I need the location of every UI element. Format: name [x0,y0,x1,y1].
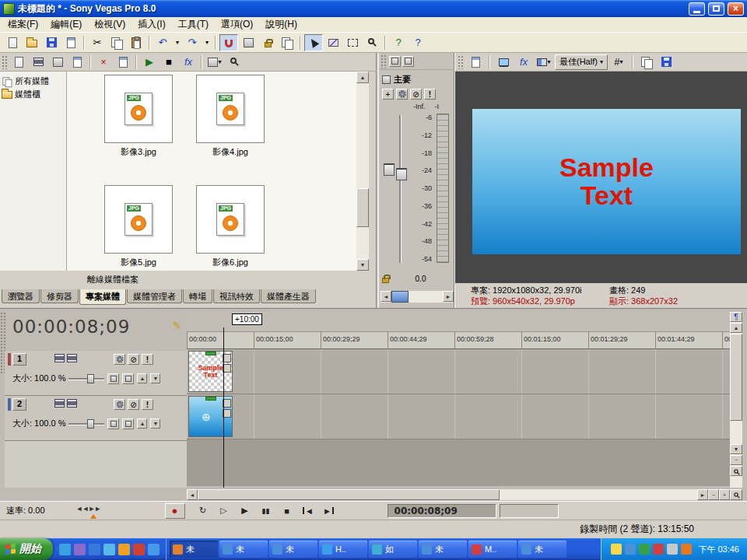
quicklaunch-messenger-icon[interactable] [118,544,130,555]
close-button[interactable]: × [728,2,744,16]
tray-ime-icon[interactable] [611,544,622,555]
fader-lock-icon[interactable] [382,278,389,283]
slider-thumb[interactable] [87,419,94,429]
automation-settings-button[interactable] [396,89,408,100]
marker-label[interactable]: +10:00 [232,313,262,325]
track-solo-button[interactable]: ! [142,399,153,410]
minimize-button[interactable] [689,2,705,16]
zoom-edit-tool-button[interactable] [363,34,381,51]
go-to-end-button[interactable]: ► [319,503,339,519]
search-media-button[interactable] [225,54,244,71]
tray-app-icon[interactable] [681,544,692,555]
stop-button[interactable]: ■ [277,503,297,519]
paste-button[interactable] [127,34,146,51]
media-item[interactable]: JPG 影像4.jpg [193,75,268,158]
pane-grip-handle[interactable] [381,54,386,68]
compositing-mode-button[interactable] [122,373,134,384]
tray-network-icon[interactable] [625,544,636,555]
track-2-lane[interactable]: ⊕ [187,394,730,439]
tray-antivirus-icon[interactable] [639,544,650,555]
scroll-down-button[interactable]: ▼ [356,259,369,271]
taskbar-button[interactable]: 未 [219,541,268,558]
tab-media-generators[interactable]: 媒體產生器 [261,289,316,303]
scrollbar-thumb[interactable] [391,291,409,303]
tray-update-icon[interactable] [653,544,664,555]
scroll-right-button[interactable]: ► [443,291,454,302]
media-scrollbar[interactable]: ▲ ▼ [356,72,369,271]
track-number[interactable]: 1 [12,353,26,366]
track-mute-button[interactable]: ⊘ [128,354,139,365]
master-fader-handle-right[interactable] [396,168,407,180]
play-button[interactable]: ▶ [235,503,255,519]
overlay-grid-button[interactable]: #▾ [609,54,628,71]
timeline-event-gradient-media[interactable]: ⊕ [188,396,233,437]
pane-grip-handle[interactable] [2,55,7,69]
bus-mute-button[interactable]: ⊘ [410,89,422,100]
track-fx-icon[interactable] [67,354,77,362]
pane-grip-handle[interactable] [458,55,463,69]
insert-fx-button[interactable] [402,56,414,67]
cursor-position-timecode[interactable]: 00:00:08;09 [12,317,130,337]
interactive-tutorials-button[interactable]: ? [389,34,408,51]
transport-timecode-display[interactable]: 00:00:08;09 [388,504,496,518]
copy-button[interactable] [107,34,126,51]
zoom-track-height-button[interactable] [730,466,742,476]
track-fx-icon[interactable] [67,399,77,408]
quicklaunch-media-player-icon[interactable] [103,544,115,555]
taskbar-button[interactable]: 如 [369,541,417,558]
taskbar-button[interactable]: 未 [269,541,317,558]
rate-slider[interactable]: ◄◄►► [67,504,121,518]
insert-bus-button[interactable] [389,56,401,67]
media-fx-button[interactable]: fx [179,54,198,71]
taskbar-button[interactable]: H.. [319,541,367,558]
scroll-right-button[interactable]: ► [697,489,708,500]
normal-edit-tool-button[interactable] [304,34,323,51]
scroll-left-button[interactable]: ◄ [187,489,198,500]
slider-thumb[interactable] [87,374,94,383]
timeline-event-text-media[interactable]: Sample Text [188,351,233,392]
lock-envelopes-button[interactable] [258,34,277,51]
track-level-slider[interactable] [68,419,104,429]
edit-timecode-pencil-icon[interactable]: ✎ [173,320,181,331]
start-button[interactable]: 開始 [0,538,53,560]
menu-insert[interactable]: 插入(I) [132,16,171,33]
zoom-out-track-height-button[interactable]: − [730,455,742,465]
auto-ripple-button[interactable] [239,34,258,51]
tab-trimmer[interactable]: 修剪器 [40,289,79,303]
play-from-start-button[interactable]: ▷ [214,503,234,519]
track-motion-button[interactable] [107,373,119,384]
undo-dropdown[interactable]: ▾ [173,34,182,51]
split-screen-view-button[interactable]: ▾ [535,54,553,71]
save-button[interactable] [42,34,61,51]
media-item[interactable]: JPG 影像6.jpg [193,185,268,268]
scroll-up-button[interactable]: ▲ [730,323,742,333]
menu-view[interactable]: 檢視(V) [88,16,132,33]
quicklaunch-mail-icon[interactable] [74,544,86,555]
enable-snapping-button[interactable] [219,34,238,51]
cut-button[interactable]: ✂ [88,34,107,51]
copy-snapshot-button[interactable] [637,54,656,71]
taskbar-clock[interactable]: 下午 03:46 [698,544,739,555]
scrollbar-thumb[interactable] [198,489,500,500]
quicklaunch-show-desktop-icon[interactable] [89,544,100,555]
edit-cursor-line[interactable] [223,327,224,488]
zoom-out-time-button[interactable]: − [708,489,719,500]
time-ruler[interactable]: 00:00:00 00:00:15;00 00:00:29;29 00:00:4… [187,332,730,349]
restore-button[interactable] [708,2,724,16]
bus-solo-button[interactable]: ! [424,89,436,100]
import-media-button[interactable] [9,54,28,71]
stop-preview-button[interactable]: ■ [160,54,178,71]
go-to-start-button[interactable]: ◄ [298,503,318,519]
new-project-button[interactable] [3,34,22,51]
extract-audio-button[interactable] [48,54,67,71]
make-parent-button[interactable]: ▲ [137,418,147,429]
quicklaunch-explorer-icon[interactable] [148,544,160,555]
track-1-lane[interactable]: Sample Text [187,349,730,394]
master-fader-handle-left[interactable] [384,163,395,176]
track-number[interactable]: 2 [12,398,26,411]
track-solo-button[interactable]: ! [142,354,153,365]
taskbar-button[interactable]: 未 [518,541,566,558]
media-item[interactable]: JPG 影像5.jpg [101,185,176,268]
zoom-tool-corner-button[interactable] [730,489,742,500]
quicklaunch-app-icon[interactable] [133,544,145,555]
